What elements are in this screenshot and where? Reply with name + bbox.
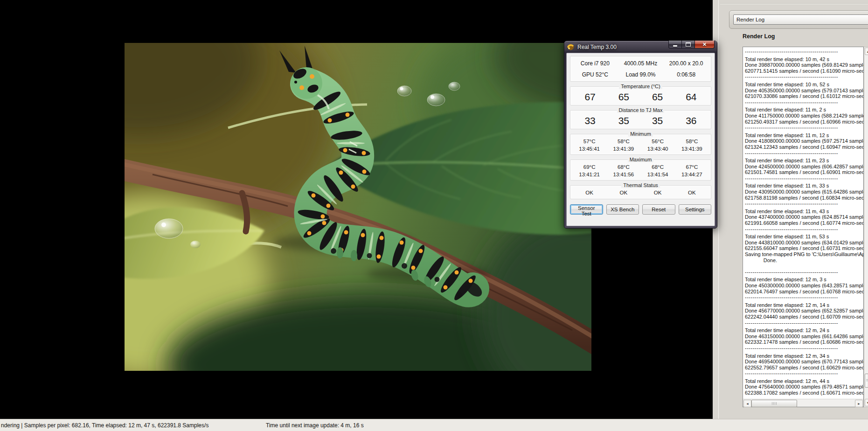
distance-tjmax-group: Distance to TJ Max 33 35 35 36 bbox=[570, 110, 711, 129]
core3-temp: 64 bbox=[674, 91, 708, 103]
log-line: Done 475640000.00000 samples (679.48571 … bbox=[745, 384, 863, 390]
maximize-button[interactable] bbox=[681, 41, 695, 49]
log-heading: Render Log bbox=[743, 33, 775, 40]
log-line: Done 463150000.00000 samples (661.64286 … bbox=[745, 334, 863, 340]
log-line: Total render time elapsed: 11 m, 12 s bbox=[745, 132, 863, 139]
log-line bbox=[745, 263, 863, 269]
min-time-3: 13:41:39 bbox=[675, 146, 709, 152]
thermal-status-2: OK bbox=[641, 190, 675, 195]
log-line: Total render time elapsed: 12 m, 34 s bbox=[745, 353, 863, 359]
minimize-button[interactable] bbox=[668, 41, 682, 49]
max-temp-3: 67°C bbox=[675, 164, 709, 170]
core2-temp: 65 bbox=[641, 91, 674, 103]
status-bar: ndering | Samples per pixel: 682.16, Tim… bbox=[0, 419, 868, 431]
log-line: 621501.74581 samples / second (1.60901 m… bbox=[745, 169, 863, 175]
log-line: Total render time elapsed: 11 m, 53 s bbox=[745, 234, 863, 240]
log-separator: ----------------------------------------… bbox=[745, 370, 863, 376]
log-separator: ----------------------------------------… bbox=[745, 269, 863, 275]
min-temp-2: 56°C bbox=[641, 139, 675, 144]
temperature-group: Temperature (°C) 67 65 65 64 bbox=[570, 86, 711, 105]
min-temp-3: 58°C bbox=[675, 139, 709, 144]
log-line: 621070.33086 samples / second (1.61012 m… bbox=[745, 93, 863, 99]
next-update-text: Time until next image update: 4 m, 16 s bbox=[266, 422, 364, 429]
thermal-status-group: Thermal Status OK OK OK OK bbox=[570, 185, 711, 199]
min-time-1: 13:41:39 bbox=[606, 146, 640, 152]
log-line: Total render time elapsed: 11 m, 2 s bbox=[745, 107, 863, 113]
render-status-text: ndering | Samples per pixel: 682.16, Tim… bbox=[1, 422, 208, 429]
log-line: 621324.12343 samples / second (1.60947 m… bbox=[745, 144, 863, 150]
scroll-grip bbox=[772, 402, 777, 405]
log-line: Done. bbox=[745, 257, 863, 264]
render-log-box[interactable]: ----------------------------------------… bbox=[743, 47, 864, 407]
log-line: 621991.66058 samples / second (1.60774 m… bbox=[745, 220, 863, 226]
log-line: 622332.17478 samples / second (1.60686 m… bbox=[745, 339, 863, 345]
horizontal-scrollbar[interactable]: ◄ ► bbox=[743, 399, 863, 407]
xs-bench-button[interactable]: XS Bench bbox=[606, 204, 639, 215]
log-selector-value: Render Log bbox=[736, 17, 764, 22]
distance-tjmax-label: Distance to TJ Max bbox=[570, 107, 711, 113]
log-line: Done 405350000.00000 samples (579.07143 … bbox=[745, 88, 863, 94]
log-separator: ----------------------------------------… bbox=[745, 150, 863, 156]
min-temp-1: 58°C bbox=[606, 139, 640, 144]
log-separator: ----------------------------------------… bbox=[745, 201, 863, 207]
log-separator: ----------------------------------------… bbox=[745, 74, 863, 80]
log-line: 622014.76497 samples / second (1.60768 m… bbox=[745, 289, 863, 295]
max-temp-1: 68°C bbox=[606, 164, 640, 170]
core3-distance: 36 bbox=[674, 115, 708, 126]
log-separator: ----------------------------------------… bbox=[745, 320, 863, 326]
sensor-test-button[interactable]: Sensor Test bbox=[570, 204, 603, 215]
render-log-text: ----------------------------------------… bbox=[743, 47, 863, 399]
cpu-name: Core i7 920 bbox=[572, 60, 618, 67]
log-line: Total render time elapsed: 11 m, 43 s bbox=[745, 209, 863, 215]
scroll-right-icon[interactable]: ► bbox=[855, 400, 863, 407]
thermal-status-label: Thermal Status bbox=[570, 182, 711, 188]
log-line: Total render time elapsed: 12 m, 24 s bbox=[745, 327, 863, 334]
maximize-icon bbox=[686, 42, 691, 47]
minimum-label: Minimum bbox=[570, 131, 711, 137]
core0-distance: 33 bbox=[573, 115, 607, 126]
log-line: Done 437400000.00000 samples (624.85714 … bbox=[745, 214, 863, 220]
minimum-group: Minimum 57°C 58°C 56°C 58°C 13:45:41 13:… bbox=[570, 134, 711, 155]
scroll-up-icon[interactable]: ▲ bbox=[865, 48, 868, 55]
close-icon: ✕ bbox=[702, 42, 707, 47]
core1-temp: 65 bbox=[607, 91, 640, 103]
cpu-load: Load 99.0% bbox=[618, 71, 664, 78]
vertical-scroll-thumb[interactable] bbox=[865, 374, 868, 388]
log-line: Done 450300000.00000 samples (643.28571 … bbox=[745, 283, 863, 289]
vertical-scrollbar[interactable]: ▲ ▼ bbox=[864, 47, 868, 407]
reset-button[interactable]: Reset bbox=[642, 204, 675, 215]
thermal-status-1: OK bbox=[606, 190, 640, 195]
log-line: 622552.79657 samples / second (1.60629 m… bbox=[745, 365, 863, 371]
min-temp-0: 57°C bbox=[572, 139, 606, 144]
log-line: Done 411750000.00000 samples (588.21429 … bbox=[745, 113, 863, 119]
log-line: Done 424500000.00000 samples (606.42857 … bbox=[745, 164, 863, 170]
horizontal-scroll-thumb[interactable] bbox=[751, 400, 797, 407]
log-line: Done 443810000.00000 samples (634.01429 … bbox=[745, 240, 863, 246]
log-separator: ----------------------------------------… bbox=[745, 125, 863, 131]
log-line: Total render time elapsed: 12 m, 44 s bbox=[745, 378, 863, 384]
thermal-status-3: OK bbox=[675, 190, 709, 195]
max-time-2: 13:41:54 bbox=[641, 172, 675, 177]
log-line: Total render time elapsed: 12 m, 14 s bbox=[745, 302, 863, 308]
thermal-status-0: OK bbox=[572, 190, 606, 195]
settings-button[interactable]: Settings bbox=[679, 204, 712, 215]
log-selector-dropdown[interactable]: Render Log ▼ bbox=[733, 14, 868, 25]
log-separator: ----------------------------------------… bbox=[745, 345, 863, 351]
realtemp-app-icon bbox=[567, 43, 574, 50]
realtemp-titlebar[interactable]: Real Temp 3.00 ✕ bbox=[564, 41, 717, 52]
log-line: Total render time elapsed: 10 m, 52 s bbox=[745, 82, 863, 88]
max-temp-0: 69°C bbox=[572, 164, 606, 170]
rendered-image-caterpillar bbox=[125, 43, 591, 371]
temperature-label: Temperature (°C) bbox=[570, 83, 711, 89]
uptime: 0:06:58 bbox=[663, 71, 709, 78]
scroll-down-icon[interactable]: ▼ bbox=[865, 399, 868, 406]
log-line: 620771.51415 samples / second (1.61090 m… bbox=[745, 68, 863, 74]
realtemp-client: Core i7 920 4000.05 MHz 200.00 x 20.0 GP… bbox=[566, 53, 715, 226]
scroll-left-icon[interactable]: ◄ bbox=[743, 400, 751, 407]
close-button[interactable]: ✕ bbox=[694, 41, 715, 49]
core2-distance: 35 bbox=[641, 115, 674, 126]
max-time-0: 13:41:21 bbox=[572, 172, 606, 177]
cpu-multiplier: 200.00 x 20.0 bbox=[663, 60, 709, 67]
panel-splitter[interactable] bbox=[718, 0, 719, 419]
panel-top-divider bbox=[720, 3, 868, 4]
